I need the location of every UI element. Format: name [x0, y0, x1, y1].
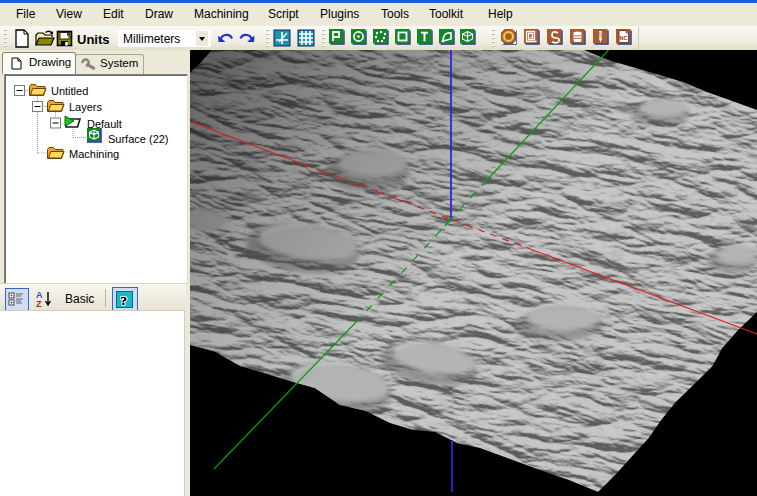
svg-text:NC: NC — [620, 35, 628, 41]
svg-text:Z: Z — [36, 299, 42, 308]
svg-text:?: ? — [121, 293, 128, 308]
